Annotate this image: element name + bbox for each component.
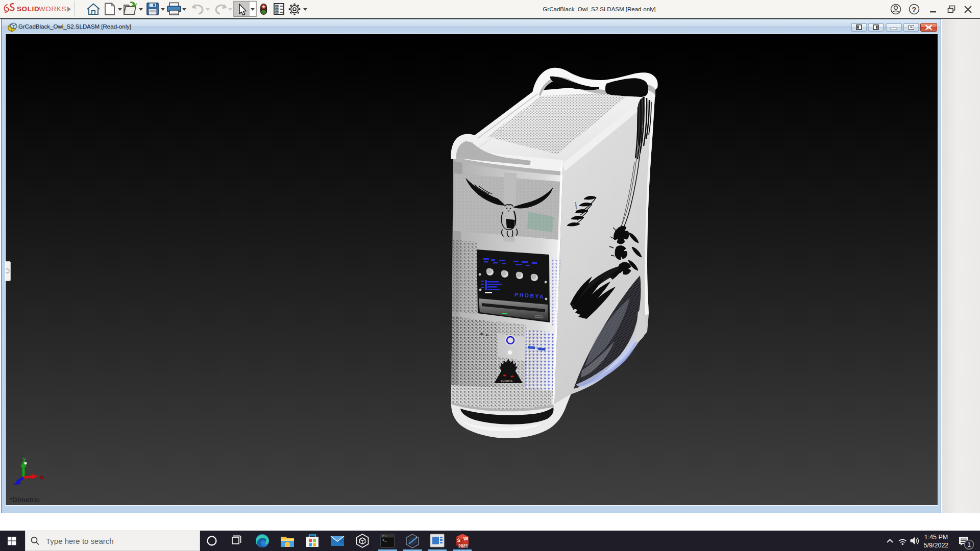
svg-text:1: 1	[967, 541, 971, 548]
svg-text:GrCadBlack_Owl_S2.SLDASM [Read: GrCadBlack_Owl_S2.SLDASM [Read-only]	[18, 23, 131, 30]
svg-text:PHOBYA: PHOBYA	[501, 380, 513, 383]
svg-text:Type here to search: Type here to search	[46, 537, 114, 545]
svg-text:?: ?	[912, 6, 917, 14]
svg-text:WORKS: WORKS	[39, 5, 66, 13]
svg-text:W: W	[463, 536, 469, 542]
svg-text:5/9/2022: 5/9/2022	[924, 542, 949, 549]
svg-text:2021: 2021	[458, 543, 468, 548]
svg-text:S: S	[457, 537, 461, 543]
svg-text:SOLID: SOLID	[17, 5, 39, 13]
svg-text:1:45 PM: 1:45 PM	[924, 534, 948, 541]
svg-text:GrCadBlack_Owl_S2.SLDASM [Read: GrCadBlack_Owl_S2.SLDASM [Read-only]	[543, 6, 655, 12]
svg-text:>_: >_	[382, 538, 387, 542]
